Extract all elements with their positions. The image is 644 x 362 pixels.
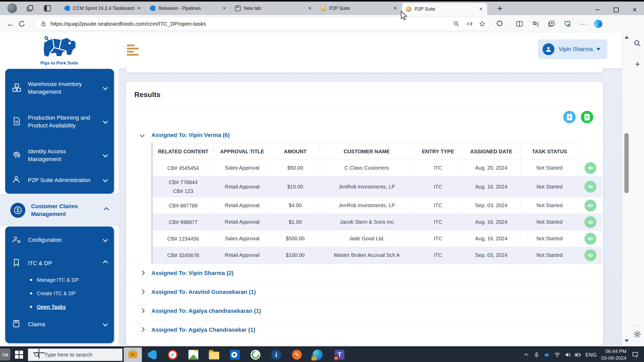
sidebar-add-icon[interactable]: + — [633, 60, 642, 68]
sidebar-item-production-planning[interactable]: Production Planning and Product Availabi… — [5, 110, 114, 134]
scrollbar-thumb[interactable] — [624, 133, 629, 193]
related-content-link[interactable]: CB# 778844 CB# 123 — [153, 176, 214, 197]
sidebar-item-itc-dp[interactable]: ITC & DP — [5, 256, 114, 271]
start-button[interactable] — [15, 351, 23, 359]
split-screen-icon[interactable] — [513, 18, 526, 30]
address-bar[interactable]: https://quap2psuite.seaboardfoods.com/cc… — [34, 17, 490, 31]
view-task-button[interactable] — [584, 216, 596, 228]
copilot-icon[interactable] — [594, 20, 602, 28]
taskbar-app-briefcase-active[interactable] — [124, 347, 142, 362]
minimize-button[interactable] — [588, 3, 607, 17]
tab-close-icon[interactable]: × — [307, 5, 312, 12]
sidebar-subitem[interactable]: Create ITC & DP — [30, 288, 76, 299]
taskbar-app-anyconnect[interactable] — [250, 349, 261, 360]
back-button[interactable]: ← — [5, 18, 16, 30]
sidebar-item-customer-claims[interactable]: $ Customer Claims Management — [0, 194, 119, 227]
refresh-button[interactable] — [16, 18, 27, 30]
sidebar-subitem[interactable]: Manage ITC & DP — [30, 275, 79, 285]
app-header: Vipin Sharma — [119, 33, 622, 68]
export-pdf-button[interactable]: ⬇ — [563, 111, 576, 123]
sidebar-subitem[interactable]: Open Tasks — [30, 302, 66, 312]
related-content-link[interactable]: CB# 4545454 — [153, 160, 214, 176]
tab-ccm-sprint[interactable]: CCM Sprint 24.2.4 Taskboard - Bo × — [60, 3, 145, 14]
hamburger-menu-icon[interactable] — [127, 45, 139, 55]
view-task-button[interactable] — [584, 249, 596, 261]
tab-p2p-suite-1[interactable]: P2P Suite × — [316, 3, 402, 14]
settings-menu-icon[interactable]: ··· — [577, 18, 590, 30]
table-row: CB# 778844 CB# 123 Retail Approval $15.0… — [153, 176, 602, 197]
tab-close-icon[interactable]: × — [222, 5, 227, 12]
group-header-vipin-verma[interactable]: Assigned To: Vipin Verma (6) — [126, 127, 603, 143]
tray-expand-icon[interactable] — [521, 350, 531, 360]
zoom-out-indicator-icon[interactable] — [451, 18, 462, 30]
tab-new-tab[interactable]: New tab × — [231, 3, 316, 14]
tasks-table: RELATED CONTENTAPPROVAL TITLEAMOUNTCUSTO… — [152, 143, 602, 264]
related-content-link[interactable]: CB# 1234456 — [153, 230, 214, 247]
assigned-date-cell: Aug. 20, 2024 — [462, 160, 521, 176]
notification-center-icon[interactable] — [630, 350, 640, 360]
language-indicator[interactable]: ENG — [585, 352, 596, 358]
related-content-link[interactable]: CB# 998877 — [153, 214, 214, 230]
browser-profile-avatar[interactable] — [7, 3, 17, 13]
column-header: APPROVAL TITLE — [214, 143, 271, 160]
group-header-collapsed[interactable]: Assigned To: Agalya chandrasekaran (1) — [126, 301, 603, 320]
onedrive-icon[interactable] — [542, 350, 552, 360]
collections-icon[interactable] — [545, 18, 558, 30]
tab-p2p-suite-active[interactable]: P2P Suite × — [402, 3, 487, 15]
favorites-bar-icon[interactable] — [529, 18, 542, 30]
view-task-button[interactable] — [584, 162, 596, 174]
maximize-button[interactable] — [607, 3, 625, 17]
sidebar-search-icon[interactable] — [633, 39, 642, 48]
group-header-collapsed[interactable]: Assigned To: Agalya Chandrasekar (1) — [126, 320, 603, 339]
sidebar-item-p2p-administration[interactable]: P2P Suite Administration — [5, 172, 114, 188]
sidebar-item-warehouse-inventory[interactable]: Warehouse Inventory Management — [5, 76, 114, 100]
related-content-link[interactable]: CB# 3245678 — [153, 247, 214, 264]
browser-scrollbar[interactable] — [622, 33, 631, 345]
taskbar-app-info[interactable]: i — [270, 349, 282, 360]
lock-icon[interactable] — [41, 21, 46, 27]
user-menu[interactable]: Vipin Sharma — [538, 39, 607, 59]
taskbar-app-file-explorer[interactable] — [208, 349, 220, 360]
battery-icon[interactable] — [573, 350, 583, 360]
favorite-star-icon[interactable] — [477, 18, 488, 30]
taskbar-app-vscode[interactable] — [146, 349, 158, 360]
new-tab-button[interactable]: + — [494, 3, 506, 13]
taskbar-app-outlook[interactable] — [229, 349, 240, 360]
speaker-icon[interactable] — [562, 350, 573, 360]
tab-groups-icon[interactable] — [26, 4, 34, 12]
tab-close-icon[interactable]: × — [478, 6, 484, 12]
export-excel-button[interactable]: X — [581, 111, 593, 123]
extensions-icon[interactable] — [493, 18, 506, 30]
sidebar-settings-gear-icon[interactable] — [633, 330, 642, 339]
results-title: Results — [126, 82, 603, 107]
taskbar-app-pen[interactable]: ✎ — [291, 349, 303, 360]
sidebar-item-configuration[interactable]: Configuration — [5, 232, 114, 248]
taskbar-app-edge[interactable] — [312, 349, 323, 360]
sidebar-item-identity-access[interactable]: Identity Access Management — [5, 143, 114, 167]
group-header-collapsed[interactable]: Assigned To: Vipin Sharma (2) — [126, 264, 603, 283]
read-aloud-icon[interactable]: A — [464, 18, 475, 30]
tab-releases-pipelines[interactable]: Releases - Pipelines × — [145, 3, 231, 14]
microphone-icon[interactable] — [531, 350, 542, 360]
tray-clock[interactable]: 06:44 PM 03-09-2024 — [601, 348, 626, 361]
browser-essentials-icon[interactable] — [561, 18, 574, 30]
close-button[interactable]: × — [625, 3, 644, 17]
view-task-button[interactable] — [584, 181, 596, 193]
vertical-tabs-icon[interactable] — [43, 4, 51, 12]
scrollbar-up-arrow[interactable] — [625, 36, 629, 39]
view-task-button[interactable] — [584, 200, 596, 212]
related-content-link[interactable]: CB# 887788 — [153, 197, 214, 214]
view-task-button[interactable] — [584, 233, 596, 245]
taskbar-app-screenshot[interactable] — [188, 349, 199, 360]
scrollbar-down-arrow[interactable] — [625, 339, 629, 342]
taskbar-app-teams[interactable]: T — [334, 349, 345, 360]
wifi-icon[interactable] — [552, 350, 562, 360]
chevron-down-icon — [141, 133, 151, 137]
tab-close-icon[interactable]: × — [392, 5, 398, 12]
group-header-collapsed[interactable]: Assigned To: Aravind Gunasekaran (1) — [126, 283, 603, 301]
sidebar-item-claims[interactable]: Claims — [5, 317, 114, 332]
tab-close-icon[interactable]: × — [136, 5, 142, 12]
new-tab-page-icon — [235, 5, 241, 11]
url-text[interactable]: https://quap2psuite.seaboardfoods.com/cc… — [50, 21, 451, 27]
taskbar-app-checkmark[interactable]: ✓ — [167, 349, 178, 360]
